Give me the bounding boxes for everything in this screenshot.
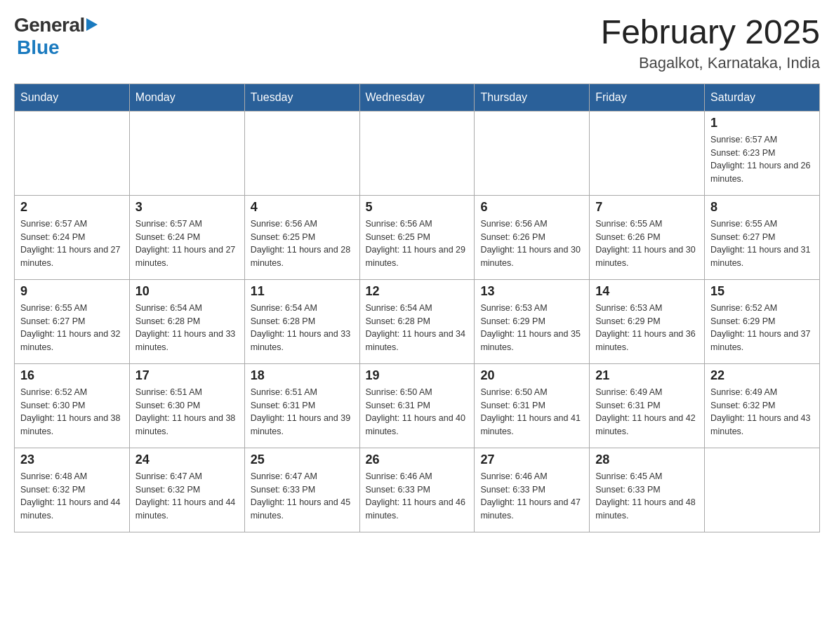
day-number: 27 (480, 452, 583, 467)
day-info: Sunrise: 6:54 AM Sunset: 6:28 PM Dayligh… (251, 302, 354, 354)
week-row-5: 23Sunrise: 6:48 AM Sunset: 6:32 PM Dayli… (15, 448, 820, 532)
page-header: General Blue February 2025 Bagalkot, Kar… (14, 14, 820, 72)
day-info: Sunrise: 6:51 AM Sunset: 6:31 PM Dayligh… (251, 386, 354, 438)
weekday-header-monday: Monday (129, 83, 244, 111)
day-number: 25 (251, 452, 354, 467)
day-info: Sunrise: 6:52 AM Sunset: 6:30 PM Dayligh… (20, 386, 124, 438)
day-info: Sunrise: 6:51 AM Sunset: 6:30 PM Dayligh… (135, 386, 239, 438)
day-number: 13 (480, 284, 583, 299)
day-info: Sunrise: 6:57 AM Sunset: 6:24 PM Dayligh… (135, 217, 239, 270)
calendar-cell: 5Sunrise: 6:56 AM Sunset: 6:25 PM Daylig… (359, 195, 475, 279)
day-number: 20 (480, 368, 583, 383)
day-info: Sunrise: 6:55 AM Sunset: 6:27 PM Dayligh… (710, 217, 814, 270)
day-number: 26 (366, 452, 469, 467)
calendar-cell (590, 111, 705, 195)
weekday-header-tuesday: Tuesday (244, 83, 359, 111)
day-number: 23 (20, 452, 124, 467)
calendar-cell: 28Sunrise: 6:45 AM Sunset: 6:33 PM Dayli… (590, 448, 705, 532)
calendar-cell: 14Sunrise: 6:53 AM Sunset: 6:29 PM Dayli… (590, 279, 705, 363)
calendar-cell: 26Sunrise: 6:46 AM Sunset: 6:33 PM Dayli… (359, 448, 475, 532)
calendar-cell: 27Sunrise: 6:46 AM Sunset: 6:33 PM Dayli… (475, 448, 590, 532)
calendar-cell: 4Sunrise: 6:56 AM Sunset: 6:25 PM Daylig… (244, 195, 359, 279)
day-info: Sunrise: 6:47 AM Sunset: 6:33 PM Dayligh… (251, 470, 354, 523)
week-row-4: 16Sunrise: 6:52 AM Sunset: 6:30 PM Dayli… (15, 363, 820, 448)
day-info: Sunrise: 6:50 AM Sunset: 6:31 PM Dayligh… (480, 386, 583, 438)
calendar-cell (244, 111, 359, 195)
day-number: 28 (595, 452, 699, 467)
month-title: February 2025 (601, 14, 820, 51)
calendar-cell: 7Sunrise: 6:55 AM Sunset: 6:26 PM Daylig… (590, 195, 705, 279)
day-info: Sunrise: 6:48 AM Sunset: 6:32 PM Dayligh… (20, 470, 124, 523)
day-number: 22 (710, 368, 814, 383)
day-info: Sunrise: 6:53 AM Sunset: 6:29 PM Dayligh… (480, 302, 583, 354)
calendar-cell: 10Sunrise: 6:54 AM Sunset: 6:28 PM Dayli… (129, 279, 244, 363)
title-section: February 2025 Bagalkot, Karnataka, India (601, 14, 820, 72)
calendar-cell: 13Sunrise: 6:53 AM Sunset: 6:29 PM Dayli… (475, 279, 590, 363)
calendar-cell: 19Sunrise: 6:50 AM Sunset: 6:31 PM Dayli… (359, 363, 475, 448)
day-info: Sunrise: 6:55 AM Sunset: 6:26 PM Dayligh… (595, 217, 699, 270)
weekday-header-saturday: Saturday (705, 83, 820, 111)
day-number: 24 (135, 452, 239, 467)
day-info: Sunrise: 6:54 AM Sunset: 6:28 PM Dayligh… (366, 302, 469, 354)
week-row-2: 2Sunrise: 6:57 AM Sunset: 6:24 PM Daylig… (15, 195, 820, 279)
day-number: 3 (135, 200, 239, 215)
calendar-cell: 25Sunrise: 6:47 AM Sunset: 6:33 PM Dayli… (244, 448, 359, 532)
calendar-cell (475, 111, 590, 195)
day-info: Sunrise: 6:46 AM Sunset: 6:33 PM Dayligh… (366, 470, 469, 523)
day-info: Sunrise: 6:57 AM Sunset: 6:23 PM Dayligh… (710, 133, 814, 186)
day-number: 4 (251, 200, 354, 215)
calendar-cell: 9Sunrise: 6:55 AM Sunset: 6:27 PM Daylig… (15, 279, 130, 363)
day-number: 6 (480, 200, 583, 215)
calendar-cell: 16Sunrise: 6:52 AM Sunset: 6:30 PM Dayli… (15, 363, 130, 448)
day-info: Sunrise: 6:49 AM Sunset: 6:31 PM Dayligh… (595, 386, 699, 438)
location-text: Bagalkot, Karnataka, India (601, 54, 820, 72)
calendar-cell: 1Sunrise: 6:57 AM Sunset: 6:23 PM Daylig… (705, 111, 820, 195)
day-info: Sunrise: 6:52 AM Sunset: 6:29 PM Dayligh… (710, 302, 814, 354)
calendar-cell (15, 111, 130, 195)
calendar-cell: 24Sunrise: 6:47 AM Sunset: 6:32 PM Dayli… (129, 448, 244, 532)
calendar-cell: 15Sunrise: 6:52 AM Sunset: 6:29 PM Dayli… (705, 279, 820, 363)
calendar-cell: 2Sunrise: 6:57 AM Sunset: 6:24 PM Daylig… (15, 195, 130, 279)
week-row-1: 1Sunrise: 6:57 AM Sunset: 6:23 PM Daylig… (15, 111, 820, 195)
weekday-header-wednesday: Wednesday (359, 83, 475, 111)
day-number: 17 (135, 368, 239, 383)
day-info: Sunrise: 6:54 AM Sunset: 6:28 PM Dayligh… (135, 302, 239, 354)
day-info: Sunrise: 6:53 AM Sunset: 6:29 PM Dayligh… (595, 302, 699, 354)
calendar-cell: 17Sunrise: 6:51 AM Sunset: 6:30 PM Dayli… (129, 363, 244, 448)
day-number: 18 (251, 368, 354, 383)
day-number: 11 (251, 284, 354, 299)
day-number: 12 (366, 284, 469, 299)
weekday-header-sunday: Sunday (15, 83, 130, 111)
day-number: 9 (20, 284, 124, 299)
day-number: 1 (710, 116, 814, 130)
logo-general-text: General (14, 14, 85, 36)
day-number: 15 (710, 284, 814, 299)
day-info: Sunrise: 6:50 AM Sunset: 6:31 PM Dayligh… (366, 386, 469, 438)
calendar-cell: 21Sunrise: 6:49 AM Sunset: 6:31 PM Dayli… (590, 363, 705, 448)
day-info: Sunrise: 6:47 AM Sunset: 6:32 PM Dayligh… (135, 470, 239, 523)
day-number: 21 (595, 368, 699, 383)
day-number: 10 (135, 284, 239, 299)
day-info: Sunrise: 6:56 AM Sunset: 6:25 PM Dayligh… (251, 217, 354, 270)
calendar-table: SundayMondayTuesdayWednesdayThursdayFrid… (14, 83, 820, 532)
calendar-cell (129, 111, 244, 195)
day-info: Sunrise: 6:56 AM Sunset: 6:25 PM Dayligh… (366, 217, 469, 270)
day-info: Sunrise: 6:45 AM Sunset: 6:33 PM Dayligh… (595, 470, 699, 523)
calendar-cell: 6Sunrise: 6:56 AM Sunset: 6:26 PM Daylig… (475, 195, 590, 279)
logo-blue-text: Blue (17, 36, 60, 59)
day-number: 16 (20, 368, 124, 383)
calendar-cell: 12Sunrise: 6:54 AM Sunset: 6:28 PM Dayli… (359, 279, 475, 363)
weekday-header-friday: Friday (590, 83, 705, 111)
day-number: 14 (595, 284, 699, 299)
calendar-cell: 11Sunrise: 6:54 AM Sunset: 6:28 PM Dayli… (244, 279, 359, 363)
day-number: 2 (20, 200, 124, 215)
day-info: Sunrise: 6:57 AM Sunset: 6:24 PM Dayligh… (20, 217, 124, 270)
calendar-cell: 23Sunrise: 6:48 AM Sunset: 6:32 PM Dayli… (15, 448, 130, 532)
week-row-3: 9Sunrise: 6:55 AM Sunset: 6:27 PM Daylig… (15, 279, 820, 363)
logo: General Blue (14, 14, 98, 59)
calendar-cell: 3Sunrise: 6:57 AM Sunset: 6:24 PM Daylig… (129, 195, 244, 279)
day-info: Sunrise: 6:49 AM Sunset: 6:32 PM Dayligh… (710, 386, 814, 438)
logo-arrow-icon (86, 18, 98, 31)
day-number: 19 (366, 368, 469, 383)
weekday-header-thursday: Thursday (475, 83, 590, 111)
